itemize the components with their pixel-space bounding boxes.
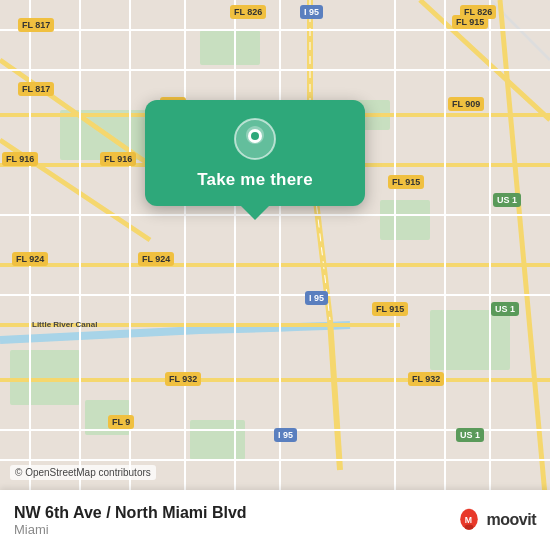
svg-line-17: [500, 0, 550, 550]
road-label-fl826-top: FL 826: [230, 5, 266, 19]
moovit-brand-icon: M: [455, 506, 483, 534]
svg-point-41: [251, 132, 259, 140]
road-label-fl924-m: FL 924: [138, 252, 174, 266]
svg-text:M: M: [464, 515, 471, 525]
svg-rect-3: [430, 310, 510, 370]
moovit-brand-name: moovit: [487, 511, 536, 529]
location-city: Miami: [14, 522, 247, 537]
road-label-fl932-r: FL 932: [408, 372, 444, 386]
moovit-logo: M moovit: [455, 506, 536, 534]
road-label-i95-top: I 95: [300, 5, 323, 19]
bottom-bar: NW 6th Ave / North Miami Blvd Miami M mo…: [0, 490, 550, 550]
road-label-fl817-2: FL 817: [18, 82, 54, 96]
location-name: NW 6th Ave / North Miami Blvd: [14, 504, 247, 522]
map-attribution: © OpenStreetMap contributors: [10, 465, 156, 480]
little-river-label: Little River Canal: [28, 318, 101, 331]
road-label-fl9-b: FL 9: [108, 415, 134, 429]
road-label-fl817-1: FL 817: [18, 18, 54, 32]
road-label-fl916-m: FL 916: [100, 152, 136, 166]
location-pin-icon: [234, 118, 276, 160]
map-container: FL 817 FL 826 I 95 FL 915 FL 826 FL 817 …: [0, 0, 550, 550]
svg-point-43: [464, 524, 473, 529]
svg-line-10: [330, 320, 340, 470]
road-label-us1-br: US 1: [491, 302, 519, 316]
svg-rect-1: [200, 30, 260, 65]
svg-rect-6: [190, 420, 245, 460]
svg-rect-4: [10, 350, 80, 405]
location-info: NW 6th Ave / North Miami Blvd Miami: [14, 504, 247, 537]
road-label-us1-b: US 1: [456, 428, 484, 442]
road-label-fl916-l: FL 916: [2, 152, 38, 166]
road-label-fl826-r: FL 826: [460, 5, 496, 19]
road-label-us1-r: US 1: [493, 193, 521, 207]
road-label-fl909: FL 909: [448, 97, 484, 111]
road-label-fl915-mr: FL 915: [388, 175, 424, 189]
road-label-i95-b: I 95: [274, 428, 297, 442]
svg-rect-2: [380, 200, 430, 240]
take-me-there-button[interactable]: Take me there: [197, 170, 313, 190]
road-label-fl915-br: FL 915: [372, 302, 408, 316]
popup-card: Take me there: [145, 100, 365, 206]
road-label-fl932-l: FL 932: [165, 372, 201, 386]
road-label-fl924-l: FL 924: [12, 252, 48, 266]
road-label-i95-m: I 95: [305, 291, 328, 305]
